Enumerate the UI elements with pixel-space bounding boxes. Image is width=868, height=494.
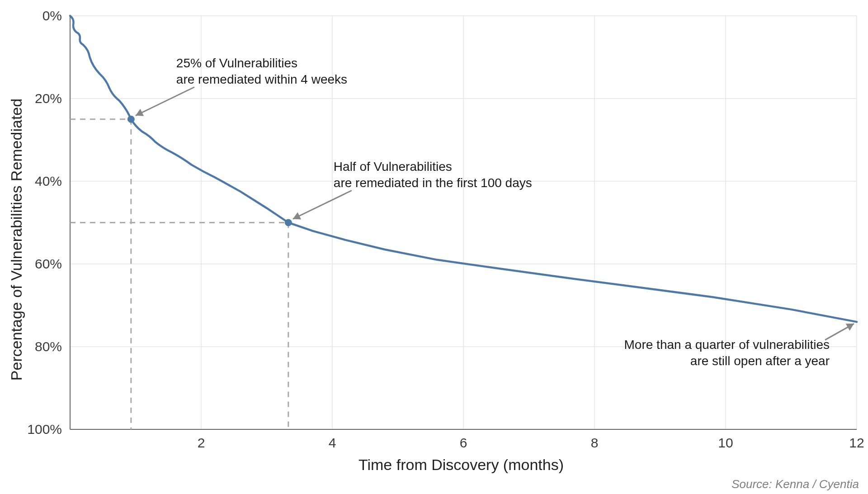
y-axis-label: Percentage of Vulnerabilities Remediated — [8, 99, 25, 381]
x-tick-label: 6 — [460, 435, 467, 450]
data-point-marker — [285, 219, 292, 226]
chart-svg: 0%20%40%60%80%100%2468101225% of Vulnera… — [0, 0, 868, 494]
x-tick-label: 8 — [591, 435, 599, 450]
y-tick-label: 40% — [35, 174, 62, 188]
y-tick-label: 20% — [35, 91, 62, 106]
annotation-year-line1: More than a quarter of vulnerabilities — [624, 338, 830, 352]
source-credit: Source: Kenna / Cyentia — [731, 477, 859, 491]
y-tick-label: 60% — [35, 256, 62, 271]
reference-lines — [70, 119, 288, 429]
annotation-p50-line2: are remediated in the first 100 days — [334, 176, 532, 190]
annotation-p25-line1: 25% of Vulnerabilities — [176, 56, 297, 70]
x-tick-label: 4 — [329, 435, 336, 450]
data-point-marker — [127, 116, 134, 122]
annotation-arrow — [293, 191, 352, 219]
x-tick-label: 2 — [198, 435, 205, 450]
y-tick-label: 100% — [27, 422, 62, 437]
annotation-p25-line2: are remediated within 4 weeks — [176, 72, 347, 86]
annotation-p50-line1: Half of Vulnerabilities — [334, 160, 452, 174]
x-axis-label: Time from Discovery (months) — [359, 456, 564, 473]
plot-area: 0%20%40%60%80%100%2468101225% of Vulnera… — [27, 8, 864, 450]
annotation-arrow — [136, 87, 194, 116]
y-tick-label: 0% — [42, 8, 62, 23]
vulnerability-remediation-chart: 0%20%40%60%80%100%2468101225% of Vulnera… — [0, 0, 868, 494]
annotation-year-line2: are still open after a year — [690, 354, 830, 368]
x-tick-label: 10 — [718, 435, 733, 450]
x-tick-label: 12 — [849, 435, 864, 450]
y-tick-label: 80% — [35, 339, 62, 354]
